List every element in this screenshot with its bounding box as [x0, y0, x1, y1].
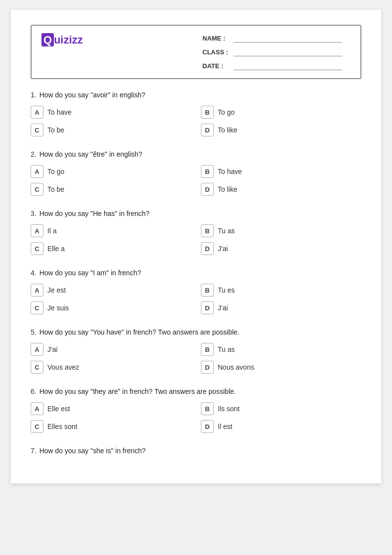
- questions-container: 1.How do you say "avoir" in english?ATo …: [31, 91, 361, 455]
- answer-text-2-d: To like: [218, 185, 237, 193]
- answer-item-1-d: DTo like: [201, 124, 361, 136]
- answer-item-3-d: DJ'ai: [201, 242, 361, 255]
- answer-letter-6-b: B: [201, 402, 214, 415]
- answer-text-1-b: To go: [218, 108, 235, 116]
- question-1-answers: ATo haveBTo goCTo beDTo like: [31, 106, 361, 136]
- answer-text-2-b: To have: [218, 168, 242, 175]
- question-6: 6.How do you say "they are" in french? T…: [31, 387, 361, 433]
- question-7-text: 7.How do you say "she is" in french?: [31, 447, 361, 455]
- answer-text-5-d: Nous avons: [218, 363, 254, 371]
- answer-item-6-c: CElles sont: [31, 420, 191, 433]
- answer-letter-2-a: A: [31, 165, 43, 178]
- answer-text-2-a: To go: [47, 168, 64, 175]
- answer-letter-2-b: B: [201, 165, 214, 178]
- answer-text-4-a: Je est: [47, 286, 66, 294]
- answer-text-5-b: Tu as: [218, 345, 235, 353]
- question-number: 1.: [31, 91, 37, 99]
- logo: Quizizz: [41, 34, 83, 46]
- answer-item-1-a: ATo have: [31, 106, 191, 119]
- answer-letter-5-c: C: [31, 361, 43, 374]
- question-number: 5.: [31, 328, 37, 336]
- question-5: 5.How do you say "You have" in french? T…: [31, 328, 361, 374]
- answer-letter-1-a: A: [31, 106, 43, 119]
- question-number: 4.: [31, 269, 37, 277]
- answer-letter-3-b: B: [201, 224, 214, 237]
- answer-item-1-c: CTo be: [31, 124, 191, 136]
- answer-letter-2-c: C: [31, 183, 43, 196]
- question-2-text: 2.How do you say "être" in english?: [31, 150, 361, 158]
- name-label: NAME :: [202, 35, 230, 42]
- page: Quizizz NAME : CLASS : DATE : 1.How do y…: [11, 10, 381, 483]
- question-number: 6.: [31, 387, 37, 395]
- class-field-row: CLASS :: [202, 47, 351, 56]
- answer-letter-1-d: D: [201, 124, 214, 136]
- answer-item-6-a: AElle est: [31, 402, 191, 415]
- question-5-text: 5.How do you say "You have" in french? T…: [31, 328, 361, 336]
- answer-letter-4-d: D: [201, 301, 214, 314]
- date-line: [234, 61, 342, 70]
- class-line: [234, 47, 342, 56]
- question-3: 3.How do you say "He has" in french?AIl …: [31, 210, 361, 255]
- answer-text-3-d: J'ai: [218, 245, 228, 253]
- answer-letter-2-d: D: [201, 183, 214, 196]
- answer-item-1-b: BTo go: [201, 106, 361, 119]
- answer-letter-5-a: A: [31, 343, 43, 356]
- answer-text-6-a: Elle est: [47, 405, 70, 413]
- answer-text-4-c: Je suis: [47, 304, 69, 312]
- answer-text-1-d: To like: [218, 126, 237, 134]
- answer-letter-4-c: C: [31, 301, 43, 314]
- question-3-text: 3.How do you say "He has" in french?: [31, 210, 361, 217]
- answer-text-5-c: Vous avez: [47, 363, 79, 371]
- answer-text-4-d: J'ai: [218, 304, 228, 312]
- answer-letter-3-c: C: [31, 242, 43, 255]
- question-6-answers: AElle estBIls sontCElles sontDIl est: [31, 402, 361, 433]
- answer-item-2-d: DTo like: [201, 183, 361, 196]
- question-2-answers: ATo goBTo haveCTo beDTo like: [31, 165, 361, 196]
- answer-text-6-b: Ils sont: [218, 405, 239, 413]
- answer-text-2-c: To be: [47, 185, 64, 193]
- class-label: CLASS :: [202, 48, 230, 56]
- answer-item-4-b: BTu es: [201, 284, 361, 297]
- name-line: [234, 34, 342, 43]
- answer-item-4-a: AJe est: [31, 284, 191, 297]
- question-4: 4.How do you say "I am" in french?AJe es…: [31, 269, 361, 314]
- answer-letter-3-d: D: [201, 242, 214, 255]
- answer-text-1-c: To be: [47, 126, 64, 134]
- date-field-row: DATE :: [202, 61, 351, 70]
- question-5-answers: AJ'aiBTu asCVous avezDNous avons: [31, 343, 361, 374]
- answer-letter-1-b: B: [201, 106, 214, 119]
- question-1-text: 1.How do you say "avoir" in english?: [31, 91, 361, 99]
- question-6-text: 6.How do you say "they are" in french? T…: [31, 387, 361, 395]
- answer-text-3-c: Elle a: [47, 245, 65, 253]
- header-left: Quizizz: [41, 34, 83, 51]
- answer-item-4-c: CJe suis: [31, 301, 191, 314]
- answer-item-2-c: CTo be: [31, 183, 191, 196]
- answer-item-4-d: DJ'ai: [201, 301, 361, 314]
- answer-text-3-b: Tu as: [218, 227, 235, 235]
- answer-letter-1-c: C: [31, 124, 43, 136]
- answer-item-5-c: CVous avez: [31, 361, 191, 374]
- answer-letter-6-a: A: [31, 402, 43, 415]
- answer-item-2-b: BTo have: [201, 165, 361, 178]
- answer-text-6-c: Elles sont: [47, 423, 78, 430]
- question-4-answers: AJe estBTu esCJe suisDJ'ai: [31, 284, 361, 314]
- answer-letter-3-a: A: [31, 224, 43, 237]
- header: Quizizz NAME : CLASS : DATE :: [31, 25, 361, 79]
- question-number: 7.: [31, 447, 37, 455]
- answer-text-5-a: J'ai: [47, 345, 58, 353]
- question-number: 3.: [31, 210, 37, 217]
- question-1: 1.How do you say "avoir" in english?ATo …: [31, 91, 361, 136]
- answer-letter-4-a: A: [31, 284, 43, 297]
- answer-item-5-a: AJ'ai: [31, 343, 191, 356]
- answer-text-1-a: To have: [47, 108, 72, 116]
- question-3-answers: AIl aBTu asCElle aDJ'ai: [31, 224, 361, 255]
- answer-letter-5-d: D: [201, 361, 214, 374]
- header-right: NAME : CLASS : DATE :: [202, 34, 351, 70]
- date-label: DATE :: [202, 62, 230, 70]
- logo-q: Q: [41, 33, 54, 46]
- answer-item-3-b: BTu as: [201, 224, 361, 237]
- question-7: 7.How do you say "she is" in french?: [31, 447, 361, 455]
- answer-letter-4-b: B: [201, 284, 214, 297]
- name-field-row: NAME :: [202, 34, 351, 43]
- question-4-text: 4.How do you say "I am" in french?: [31, 269, 361, 277]
